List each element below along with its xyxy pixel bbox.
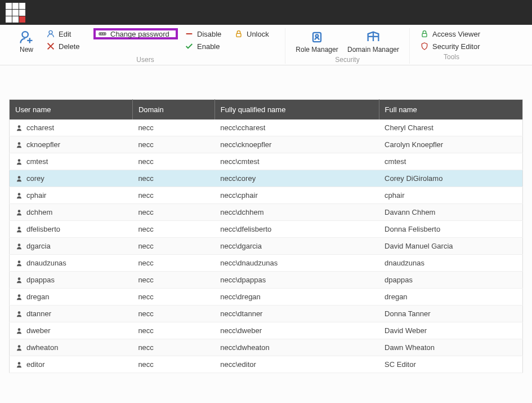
cell-fqn: necc\corey xyxy=(214,170,379,187)
table-row[interactable]: dreganneccnecc\dregandregan xyxy=(10,289,523,305)
disable-user-button[interactable]: Disable xyxy=(182,28,227,39)
username-text: dpappas xyxy=(26,276,55,284)
security-editor-label: Security Editor xyxy=(432,42,480,51)
user-row-icon xyxy=(15,259,23,267)
cell-fqn: necc\cknoepfler xyxy=(214,136,379,153)
ribbon-group-users-label: Users xyxy=(11,56,279,64)
user-row-icon xyxy=(15,327,23,335)
table-row[interactable]: dfelisbertoneccnecc\dfelisbertoDonna Fel… xyxy=(10,221,523,238)
cell-username: editor xyxy=(10,356,133,373)
table-row[interactable]: cmtestneccnecc\cmtestcmtest xyxy=(10,153,523,170)
username-text: dtanner xyxy=(26,309,51,318)
user-row-icon xyxy=(15,209,23,216)
change-password-button[interactable]: Change password xyxy=(93,28,178,39)
users-table[interactable]: User name Domain Fully qualified name Fu… xyxy=(9,99,523,373)
table-row[interactable]: cphairneccnecc\cphaircphair xyxy=(10,187,523,204)
table-row[interactable]: dtannerneccnecc\dtannerDonna Tanner xyxy=(10,305,523,322)
cell-fqn: necc\dfelisberto xyxy=(214,221,379,238)
cell-fullname: Carolyn Knoepfler xyxy=(379,136,522,153)
cell-fullname: Donna Tanner xyxy=(379,305,522,322)
table-row[interactable]: dwheatonneccnecc\dwheatonDawn Wheaton xyxy=(10,339,523,356)
cell-fullname: Donna Felisberto xyxy=(379,221,522,238)
table-row[interactable]: ccharestneccnecc\ccharestCheryl Charest xyxy=(10,119,523,136)
edit-user-button[interactable]: Edit xyxy=(44,28,89,39)
change-password-label: Change password xyxy=(110,30,169,38)
disable-icon xyxy=(185,29,194,38)
table-row[interactable]: dpappasneccnecc\dpappasdpappas xyxy=(10,272,523,289)
enable-icon xyxy=(185,42,194,51)
cell-domain: necc xyxy=(132,255,214,272)
cell-domain: necc xyxy=(132,187,214,204)
access-viewer-button[interactable]: Access Viewer xyxy=(418,28,485,39)
username-text: dchhem xyxy=(26,208,52,216)
cell-fqn: necc\dwheaton xyxy=(214,339,379,356)
cell-username: cphair xyxy=(10,187,133,204)
username-text: dgarcia xyxy=(26,242,51,250)
role-manager-button[interactable]: Role Manager xyxy=(291,28,343,55)
unlock-user-button[interactable]: Unlock xyxy=(232,28,277,39)
table-row[interactable]: dchhemneccnecc\dchhemDavann Chhem xyxy=(10,204,523,221)
table-row[interactable]: dgarcianeccnecc\dgarciaDavid Manuel Garc… xyxy=(10,238,523,255)
user-row-icon xyxy=(15,225,23,233)
cell-fqn: necc\dnaudzunas xyxy=(214,255,379,272)
col-header-fqn[interactable]: Fully qualified name xyxy=(214,100,379,120)
col-header-domain[interactable]: Domain xyxy=(132,100,214,120)
security-editor-icon xyxy=(420,42,429,51)
app-logo-icon[interactable] xyxy=(6,3,25,23)
table-row[interactable]: editorneccnecc\editorSC Editor xyxy=(10,356,523,373)
col-header-fullname[interactable]: Full name xyxy=(379,100,522,120)
user-row-icon xyxy=(15,242,23,250)
ribbon-group-security-label: Security xyxy=(291,56,404,64)
cell-username: dgarcia xyxy=(10,238,133,255)
cell-username: dnaudzunas xyxy=(10,255,133,272)
app-topbar xyxy=(0,0,532,25)
cell-username: dweber xyxy=(10,322,133,339)
security-editor-button[interactable]: Security Editor xyxy=(418,41,485,52)
ribbon-toolbar: New Edit Delete Change password xyxy=(0,25,532,65)
cell-username: corey xyxy=(10,170,133,187)
content-area: User name Domain Fully qualified name Fu… xyxy=(0,65,532,382)
cell-fullname: dnaudzunas xyxy=(379,255,522,272)
cell-username: dwheaton xyxy=(10,339,133,356)
table-row[interactable]: dweberneccnecc\dweberDavid Weber xyxy=(10,322,523,339)
cell-domain: necc xyxy=(132,272,214,289)
user-row-icon xyxy=(15,344,23,352)
new-user-button[interactable]: New xyxy=(11,28,42,55)
username-text: cknoepfler xyxy=(26,140,60,149)
cell-username: dpappas xyxy=(10,272,133,289)
user-new-icon xyxy=(19,29,34,45)
cell-username: ccharest xyxy=(10,119,133,136)
table-row[interactable]: cknoepflerneccnecc\cknoepflerCarolyn Kno… xyxy=(10,136,523,153)
delete-user-button[interactable]: Delete xyxy=(44,41,89,52)
cell-fqn: necc\cmtest xyxy=(214,153,379,170)
domain-manager-icon xyxy=(365,29,381,45)
table-row[interactable]: dnaudzunasneccnecc\dnaudzunasdnaudzunas xyxy=(10,255,523,272)
user-row-icon xyxy=(15,293,23,301)
ribbon-group-users: New Edit Delete Change password xyxy=(6,28,285,64)
table-header-row: User name Domain Fully qualified name Fu… xyxy=(10,100,523,120)
table-row[interactable]: coreyneccnecc\coreyCorey DiGirolamo xyxy=(10,170,523,187)
username-text: corey xyxy=(26,174,44,183)
user-row-icon xyxy=(15,141,23,149)
edit-label: Edit xyxy=(59,30,71,38)
delete-label: Delete xyxy=(59,42,80,51)
cell-domain: necc xyxy=(132,170,214,187)
cell-username: cmtest xyxy=(10,153,133,170)
domain-manager-button[interactable]: Domain Manager xyxy=(343,28,404,55)
disable-label: Disable xyxy=(197,30,221,38)
cell-fullname: Davann Chhem xyxy=(379,204,522,221)
cell-fqn: necc\ccharest xyxy=(214,119,379,136)
cell-fqn: necc\dgarcia xyxy=(214,238,379,255)
cell-domain: necc xyxy=(132,136,214,153)
col-header-username[interactable]: User name xyxy=(10,100,133,120)
username-text: ccharest xyxy=(26,123,54,132)
cell-username: cknoepfler xyxy=(10,136,133,153)
role-manager-icon xyxy=(309,29,325,45)
cell-username: dchhem xyxy=(10,204,133,221)
delete-icon xyxy=(46,42,55,51)
cell-domain: necc xyxy=(132,119,214,136)
user-row-icon xyxy=(15,192,23,200)
username-text: dnaudzunas xyxy=(26,259,66,267)
enable-user-button[interactable]: Enable xyxy=(182,41,227,52)
enable-label: Enable xyxy=(197,42,220,51)
